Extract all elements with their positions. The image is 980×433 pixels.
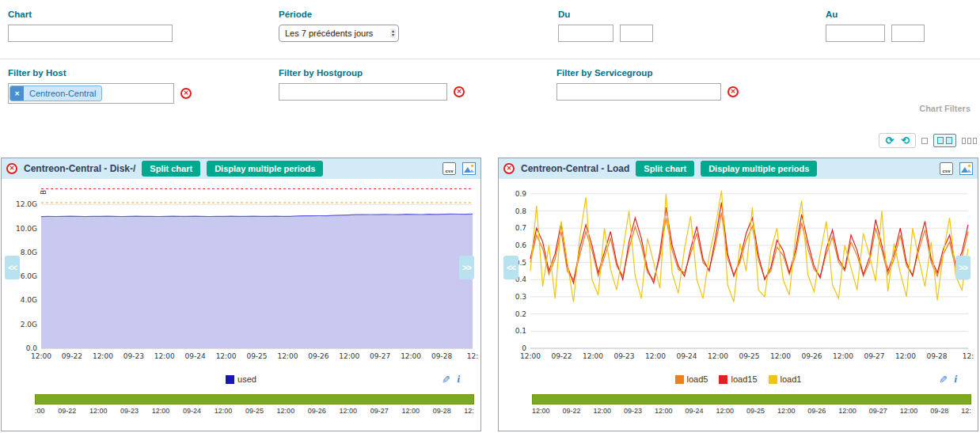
timeline-tick: :00: [35, 407, 45, 415]
view-toolbar: ⟳ ⟲: [879, 133, 977, 148]
select-arrows-icon: ▴▾: [390, 28, 396, 38]
export-image-icon[interactable]: [462, 162, 476, 175]
svg-text:0.9: 0.9: [515, 190, 527, 198]
timeline-tick: 12:00: [716, 407, 734, 415]
svg-text:09-22: 09-22: [62, 352, 82, 360]
timeline-tick: 09-28: [930, 407, 948, 415]
legend-item-load1[interactable]: load1: [769, 374, 802, 384]
scroll-right-button[interactable]: >>: [459, 256, 474, 279]
split-chart-button[interactable]: Split chart: [142, 161, 200, 177]
du-date-input[interactable]: [558, 25, 613, 42]
clear-hostgroup-filter-icon[interactable]: ✕: [454, 86, 465, 97]
timeline-tick: 12:: [961, 407, 971, 415]
svg-text:12:00: 12:00: [583, 352, 603, 360]
svg-text:12:00: 12:00: [277, 352, 298, 360]
servicegroup-filter-input[interactable]: [556, 83, 721, 101]
svg-text:09-24: 09-24: [185, 352, 206, 360]
au-field: Au: [826, 9, 925, 42]
export-csv-icon[interactable]: csv: [443, 162, 456, 175]
timeline-range-bar[interactable]: [35, 394, 474, 405]
load-chart[interactable]: 00.10.20.30.40.50.60.70.80.912:0009-2212…: [499, 179, 978, 363]
one-column-layout-icon[interactable]: [921, 138, 928, 144]
svg-text:12:00: 12:00: [708, 352, 728, 360]
svg-text:10.0G: 10.0G: [16, 225, 37, 233]
timeline-tick: 09-26: [308, 407, 326, 415]
disk-usage-chart[interactable]: 0.02.0G4.0G6.0G8.0G10.0G12.0G12:0009-221…: [2, 179, 481, 363]
three-column-layout-icon[interactable]: [962, 138, 977, 144]
svg-text:12:00: 12:00: [401, 352, 421, 360]
timeline-tick: 09-23: [624, 407, 642, 415]
filter-by-servicegroup-field: Filter by Servicegroup ✕: [556, 68, 739, 101]
two-column-layout-icon[interactable]: [933, 134, 956, 147]
scroll-left-button[interactable]: <<: [503, 256, 518, 279]
refresh-group: ⟳ ⟲: [879, 133, 916, 148]
centreon-performance-graphs-page: Chart Période Les 7 précédents jours ▴▾ …: [0, 0, 980, 433]
scroll-right-button[interactable]: >>: [955, 256, 971, 279]
timeline-range-bar[interactable]: [532, 394, 971, 405]
edit-graph-icon[interactable]: ✎: [939, 374, 948, 386]
legend-label: load5: [687, 374, 708, 384]
graph-panel-load: ✕ Centreon-Central - Load Split chart Di…: [498, 158, 978, 431]
legend-item-used[interactable]: used: [226, 374, 256, 384]
svg-text:12:00: 12:00: [339, 352, 359, 360]
scroll-left-button[interactable]: <<: [5, 256, 20, 279]
periode-select[interactable]: Les 7 précédents jours ▴▾: [279, 25, 399, 42]
timeline-tick: 12:00: [532, 407, 550, 415]
legend-row: load5load15load1 ✎ i: [499, 370, 978, 388]
legend-row: used ✎ i: [2, 370, 481, 388]
display-multiple-periods-button[interactable]: Display multiple periods: [207, 161, 323, 177]
close-graph-icon[interactable]: ✕: [6, 163, 17, 174]
svg-text:09-26: 09-26: [801, 352, 822, 360]
periode-select-value: Les 7 précédents jours: [285, 28, 373, 38]
au-date-input[interactable]: [826, 25, 885, 42]
export-csv-icon[interactable]: csv: [940, 162, 953, 175]
legend-item-load5[interactable]: load5: [675, 374, 708, 384]
graph-info-icon[interactable]: i: [457, 373, 460, 386]
du-time-input[interactable]: [620, 25, 653, 42]
host-filter-input[interactable]: ✕ Centreon-Central: [8, 83, 174, 104]
timeline-tick: 12:00: [593, 407, 611, 415]
legend-swatch: [675, 375, 684, 384]
svg-text:09-24: 09-24: [676, 352, 697, 360]
export-image-icon[interactable]: [959, 162, 973, 175]
auto-refresh-icon[interactable]: ⟲: [901, 135, 910, 146]
legend-label: load15: [731, 374, 757, 384]
timeline-tick: 09-24: [183, 407, 201, 415]
close-graph-icon[interactable]: ✕: [503, 163, 515, 174]
clear-host-filter-icon[interactable]: ✕: [180, 88, 192, 99]
timeline-tick: 09-24: [685, 407, 703, 415]
filter-by-host-field: Filter by Host ✕ Centreon-Central ✕: [8, 68, 192, 104]
svg-text:09-25: 09-25: [739, 352, 759, 360]
legend-item-load15[interactable]: load15: [719, 374, 757, 384]
graph-info-icon[interactable]: i: [954, 373, 957, 386]
refresh-icon[interactable]: ⟳: [885, 135, 894, 146]
au-time-input[interactable]: [891, 25, 925, 42]
svg-text:12:00: 12:00: [833, 352, 853, 360]
svg-text:B: B: [40, 190, 47, 195]
split-chart-button[interactable]: Split chart: [636, 161, 694, 177]
svg-text:12:00: 12:00: [770, 352, 791, 360]
timeline-tick: 12:00: [340, 407, 358, 415]
clear-servicegroup-filter-icon[interactable]: ✕: [727, 86, 739, 97]
tag-remove-icon[interactable]: ✕: [10, 85, 24, 101]
graph-title: Centreon-Central - Load: [521, 163, 629, 174]
display-multiple-periods-button[interactable]: Display multiple periods: [701, 161, 817, 177]
du-field: Du: [558, 9, 653, 42]
chart-filters-section-label: Chart Filters: [919, 104, 971, 113]
svg-text:0.3: 0.3: [515, 293, 526, 301]
timeline-tick: 12:: [464, 407, 474, 415]
host-tag: ✕ Centreon-Central: [9, 85, 102, 101]
svg-text:12:00: 12:00: [520, 352, 541, 360]
timeline-tick: 12:00: [900, 407, 918, 415]
timeline-tick: 12:00: [152, 407, 170, 415]
au-label: Au: [826, 9, 925, 19]
filter-by-hostgroup-field: Filter by Hostgroup ✕: [279, 68, 465, 101]
edit-graph-icon[interactable]: ✎: [442, 374, 450, 386]
chart-filter-input[interactable]: [8, 25, 173, 42]
svg-text:8.0G: 8.0G: [21, 249, 37, 256]
panel-header: ✕ Centreon-Central - Disk-/ Split chart …: [2, 158, 481, 179]
hostgroup-filter-input[interactable]: [279, 83, 447, 101]
timeline-tick: 09-27: [370, 407, 389, 415]
timeline-tick: 09-25: [245, 407, 264, 415]
svg-text:6.0G: 6.0G: [21, 272, 37, 280]
